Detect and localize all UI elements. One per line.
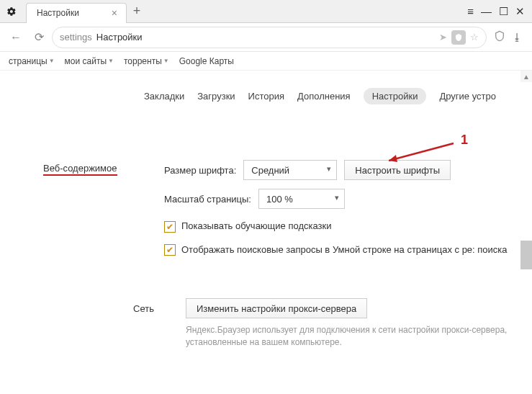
- address-path-grey: settings: [60, 32, 92, 42]
- maximize-icon[interactable]: ☐: [499, 5, 508, 18]
- bookmarks-bar: страницы▼ мои сайты▼ торренты▼ Google Ка…: [0, 52, 532, 71]
- tab-bookmarks[interactable]: Закладки: [144, 91, 184, 102]
- bookmark-item[interactable]: торренты▼: [124, 56, 169, 66]
- bookmark-item[interactable]: страницы▼: [9, 56, 55, 66]
- annotation-marker-1: 1: [461, 133, 468, 148]
- back-button[interactable]: ←: [6, 27, 26, 48]
- shield-outline-icon[interactable]: [494, 30, 505, 44]
- address-path-main: Настройки: [96, 32, 143, 42]
- close-tab-icon[interactable]: ×: [109, 7, 120, 19]
- tab-other-devices[interactable]: Другие устро: [439, 91, 496, 102]
- window-controls: ≡ — ☐ ✕: [467, 5, 532, 18]
- page-scale-label: Масштаб страницы:: [164, 194, 251, 205]
- settings-content: ▲ Закладки Загрузки История Дополнения Н…: [0, 71, 532, 394]
- titlebar: Настройки × + ≡ — ☐ ✕: [0, 0, 532, 23]
- gear-icon[interactable]: [0, 6, 23, 17]
- section-web-content: Веб-содержимое: [43, 163, 117, 176]
- tab-history[interactable]: История: [248, 91, 284, 102]
- font-size-label: Размер шрифта:: [164, 165, 236, 176]
- menu-icon[interactable]: ≡: [467, 5, 474, 17]
- configure-fonts-button[interactable]: Настроить шрифты: [344, 160, 451, 180]
- close-window-icon[interactable]: ✕: [515, 5, 525, 18]
- address-bar[interactable]: settings Настройки ➤ ☆: [52, 27, 487, 48]
- toolbar: ← ⟳ settings Настройки ➤ ☆ ⭳: [0, 23, 532, 52]
- scroll-up-button[interactable]: ▲: [520, 71, 532, 82]
- bookmark-star-icon[interactable]: ☆: [470, 32, 479, 42]
- protect-badge-icon[interactable]: [451, 30, 466, 45]
- scrollbar-thumb[interactable]: [520, 241, 532, 269]
- tab-downloads[interactable]: Загрузки: [197, 91, 235, 102]
- proxy-settings-button[interactable]: Изменить настройки прокси-сервера: [186, 298, 367, 318]
- checkbox-hints[interactable]: ✔: [164, 221, 176, 233]
- annotation-arrow-icon: [389, 140, 461, 162]
- tab-title: Настройки: [37, 8, 79, 18]
- section-network: Сеть: [133, 303, 154, 314]
- bookmark-item[interactable]: мои сайты▼: [65, 56, 114, 66]
- minimize-icon[interactable]: —: [481, 5, 492, 17]
- send-icon[interactable]: ➤: [439, 32, 447, 42]
- browser-tab[interactable]: Настройки ×: [26, 3, 127, 23]
- reload-button[interactable]: ⟳: [29, 27, 49, 48]
- bookmark-item[interactable]: Google Карты: [179, 56, 234, 66]
- font-size-select[interactable]: Средний: [243, 160, 337, 180]
- tab-settings[interactable]: Настройки: [364, 88, 427, 104]
- page-scale-select[interactable]: 100 %: [258, 189, 345, 209]
- tab-addons[interactable]: Дополнения: [297, 91, 351, 102]
- svg-line-0: [389, 143, 454, 161]
- checkbox-smartbar[interactable]: ✔: [164, 244, 176, 256]
- proxy-description: Яндекс.Браузер использует для подключени…: [186, 324, 518, 349]
- checkbox-smartbar-label: Отображать поисковые запросы в Умной стр…: [181, 243, 508, 256]
- new-tab-button[interactable]: +: [127, 4, 147, 19]
- settings-tabs: Закладки Загрузки История Дополнения Нас…: [144, 88, 532, 104]
- download-icon[interactable]: ⭳: [513, 32, 522, 42]
- checkbox-hints-label: Показывать обучающие подсказки: [181, 220, 331, 231]
